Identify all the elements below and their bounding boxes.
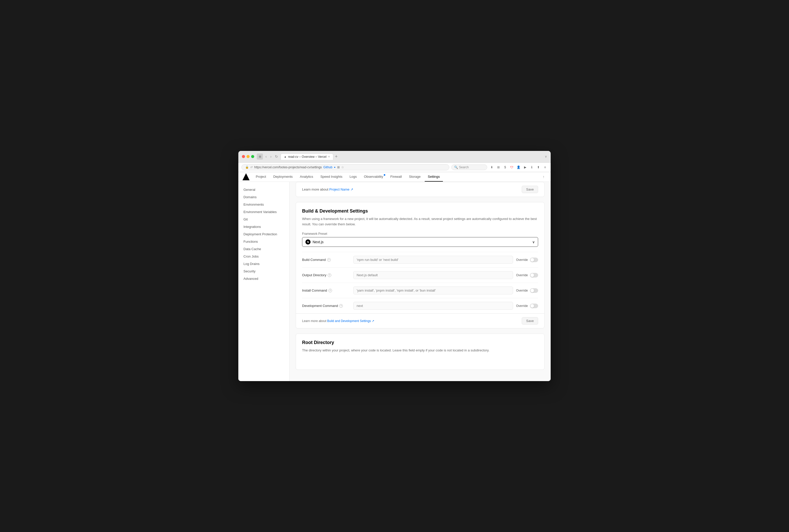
sidebar-toggle-button[interactable]: ⊞ (257, 153, 263, 159)
dev-command-row: Development Command ? Override (302, 298, 538, 313)
build-settings-card: Build & Development Settings When using … (296, 202, 545, 329)
dollar-icon[interactable]: $ (502, 165, 508, 170)
extensions-icon[interactable]: ⊞ (496, 165, 501, 170)
install-command-help-icon[interactable]: ? (328, 289, 332, 292)
play-icon[interactable]: ▶ (522, 165, 528, 170)
info-bar-save-button[interactable]: Save (522, 186, 538, 193)
build-command-help-icon[interactable]: ? (327, 258, 331, 262)
address-bar: 🔒 ⇄ https://vercel.com/footes-projects/r… (238, 163, 551, 172)
build-command-override-toggle[interactable] (530, 258, 538, 262)
profile-icon[interactable]: 👤 (516, 165, 521, 170)
build-settings-description: When using a framework for a new project… (302, 216, 538, 227)
download-icon[interactable]: ⬇ (489, 165, 494, 170)
back-button[interactable]: ‹ (264, 154, 268, 159)
reload-button[interactable]: ↻ (274, 154, 279, 159)
nav-item-firewall[interactable]: Firewall (387, 172, 405, 182)
main-content: Learn more about Project Name ↗ Save Bui… (290, 182, 551, 381)
new-tab-button[interactable]: + (335, 154, 338, 159)
sidebar-item-cron-jobs[interactable]: Cron Jobs (238, 253, 289, 260)
nav-item-observability[interactable]: Observability (361, 172, 386, 182)
url-text: https://vercel.com/footes-projects/read-… (254, 166, 322, 169)
search-icon: 🔍 (454, 166, 458, 169)
install-command-row: Install Command ? Override (302, 283, 538, 298)
sidebar-item-environments[interactable]: Environments (238, 201, 289, 208)
output-directory-label: Output Directory (302, 273, 326, 277)
minimize-button[interactable] (246, 155, 250, 158)
github-link[interactable]: Github (323, 166, 332, 169)
build-command-input[interactable] (353, 256, 513, 264)
dev-command-help-icon[interactable]: ? (339, 304, 343, 308)
main-nav: Project Deployments Analytics Speed Insi… (238, 172, 551, 182)
content-layout: General Domains Environments Environment… (238, 182, 551, 381)
url-bar[interactable]: 🔒 ⇄ https://vercel.com/footes-projects/r… (241, 164, 449, 170)
sidebar-item-domains[interactable]: Domains (238, 193, 289, 201)
menu-icon[interactable]: ≡ (543, 165, 548, 170)
sidebar-item-general[interactable]: General (238, 186, 289, 193)
dev-command-override-toggle[interactable] (530, 304, 538, 308)
sidebar: General Domains Environments Environment… (238, 182, 290, 381)
nextjs-icon: N (306, 240, 311, 245)
info-icon[interactable]: ℹ (529, 165, 534, 170)
search-box[interactable]: 🔍 Search (451, 165, 487, 170)
sidebar-item-functions[interactable]: Functions (238, 238, 289, 245)
share-icon[interactable]: ⬆ (536, 165, 541, 170)
nav-item-project[interactable]: Project (253, 172, 269, 182)
title-bar: ⊞ ‹ › ↻ ▲ read-cv – Overview – Vercel ✕ … (238, 151, 551, 163)
sidebar-item-environment-variables[interactable]: Environment Variables (238, 208, 289, 215)
install-command-override-label: Override (516, 289, 528, 292)
output-directory-input[interactable] (353, 271, 513, 279)
project-name-info-bar: Learn more about Project Name ↗ Save (296, 182, 545, 197)
traffic-lights (242, 155, 254, 158)
framework-value: Next.js (313, 240, 324, 244)
dev-command-input[interactable] (353, 302, 513, 310)
address-icons: ⬇ ⊞ $ 🛡 👤 ▶ ℹ ⬆ ≡ (489, 165, 548, 170)
sidebar-item-security[interactable]: Security (238, 268, 289, 275)
root-directory-title: Root Directory (302, 340, 538, 345)
project-name-link[interactable]: Project Name ↗ (329, 188, 353, 191)
build-settings-save-button[interactable]: Save (522, 317, 538, 325)
output-directory-help-icon[interactable]: ? (328, 273, 331, 277)
build-command-label: Build Command (302, 258, 326, 262)
nav-item-logs[interactable]: Logs (346, 172, 360, 182)
sidebar-item-advanced[interactable]: Advanced (238, 275, 289, 282)
build-settings-link[interactable]: Build and Development Settings ↗ (327, 319, 374, 323)
browser-window: ⊞ ‹ › ↻ ▲ read-cv – Overview – Vercel ✕ … (238, 151, 551, 381)
sidebar-item-deployment-protection[interactable]: Deployment Protection (238, 230, 289, 238)
forward-button[interactable]: › (269, 154, 273, 159)
root-directory-card: Root Directory The directory within your… (296, 334, 545, 370)
observability-dot (384, 174, 385, 176)
tab-close-icon[interactable]: ✕ (328, 155, 330, 158)
scroll-up-button[interactable]: ↑ (541, 174, 547, 180)
search-placeholder: Search (459, 166, 469, 169)
nav-item-speed-insights[interactable]: Speed Insights (317, 172, 345, 182)
nav-item-deployments[interactable]: Deployments (270, 172, 296, 182)
sidebar-item-data-cache[interactable]: Data Cache (238, 245, 289, 253)
install-command-override-toggle[interactable] (530, 288, 538, 293)
output-directory-override-label: Override (516, 273, 528, 277)
shield-icon[interactable]: 🛡 (509, 165, 514, 170)
vercel-brand-icon (242, 173, 250, 180)
framework-preset-select[interactable]: N Next.js ∨ (302, 237, 538, 247)
build-command-row: Build Command ? Override (302, 252, 538, 267)
tab-label: read-cv – Overview – Vercel (288, 155, 326, 158)
footer-text: Learn more about Build and Development S… (302, 319, 374, 323)
select-chevron-icon: ∨ (532, 240, 535, 244)
nav-item-storage[interactable]: Storage (406, 172, 424, 182)
chevron-down-icon: ∨ (545, 155, 547, 158)
sidebar-item-log-drains[interactable]: Log Drains (238, 260, 289, 268)
build-command-override-label: Override (516, 258, 528, 262)
sidebar-item-git[interactable]: Git (238, 215, 289, 223)
info-bar-text: Learn more about Project Name ↗ (302, 188, 353, 191)
browser-tab[interactable]: ▲ read-cv – Overview – Vercel ✕ (280, 153, 333, 160)
install-command-label: Install Command (302, 288, 327, 292)
nav-item-settings[interactable]: Settings (425, 172, 443, 182)
output-directory-row: Output Directory ? Override (302, 267, 538, 283)
install-command-input[interactable] (353, 286, 513, 294)
framework-preset-label: Framework Preset (302, 232, 538, 235)
maximize-button[interactable] (251, 155, 254, 158)
close-button[interactable] (242, 155, 245, 158)
nav-item-analytics[interactable]: Analytics (297, 172, 316, 182)
sidebar-item-integrations[interactable]: Integrations (238, 223, 289, 230)
tab-bar: ⊞ ‹ › ↻ ▲ read-cv – Overview – Vercel ✕ … (257, 153, 547, 160)
output-directory-override-toggle[interactable] (530, 273, 538, 278)
